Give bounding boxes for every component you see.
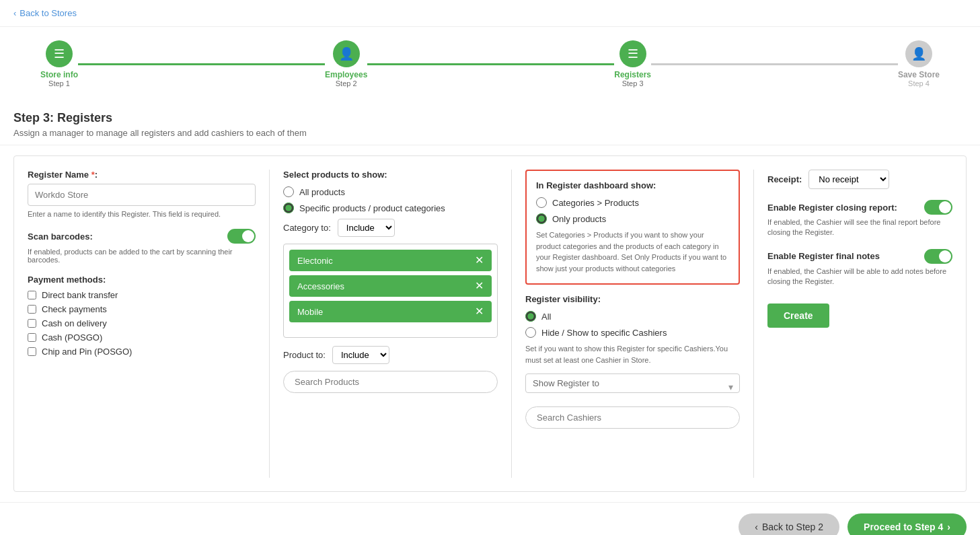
search-products-input[interactable] bbox=[283, 371, 498, 393]
closing-report-title-row: Enable Register closing report: bbox=[767, 200, 952, 215]
back-step-label: Back to Step 2 bbox=[762, 522, 823, 532]
category-include-select[interactable]: Include Exclude bbox=[338, 219, 395, 237]
payment-direct-bank-checkbox[interactable] bbox=[28, 291, 36, 299]
step-1-sublabel: Step 1 bbox=[48, 79, 70, 87]
payment-cash-delivery: Cash on delivery bbox=[28, 318, 256, 328]
step-line-2 bbox=[367, 63, 614, 65]
main-content: Register Name *: Enter a name to identif… bbox=[13, 155, 967, 492]
step-1-circle: ☰ bbox=[46, 40, 73, 67]
category-to-row: Category to: Include Exclude bbox=[283, 219, 498, 237]
product-include-select[interactable]: Include Exclude bbox=[332, 346, 389, 364]
visibility-hide-show-option[interactable]: Hide / Show to specific Cashiers bbox=[525, 327, 740, 338]
payment-cash-delivery-label: Cash on delivery bbox=[42, 318, 107, 328]
receipt-row: Receipt: No receipt Receipt Invoice bbox=[767, 170, 952, 189]
scan-barcodes-row: Scan barcodes: bbox=[28, 229, 256, 244]
step-1-label: Store info bbox=[40, 70, 78, 79]
scan-barcodes-hint: If enabled, products can be added to the… bbox=[28, 248, 256, 264]
categories-products-radio[interactable] bbox=[536, 197, 547, 208]
step-1: ☰ Store info Step 1 bbox=[40, 40, 78, 87]
show-register-select[interactable]: Show Register to bbox=[525, 373, 740, 393]
tag-mobile-label: Mobile bbox=[297, 307, 323, 317]
receipt-label: Receipt: bbox=[767, 174, 802, 184]
final-notes-toggle[interactable] bbox=[924, 249, 952, 264]
select-products-title: Select products to show: bbox=[283, 170, 498, 180]
back-to-stores-link[interactable]: ‹ Back to Stores bbox=[13, 8, 967, 18]
chevron-left-icon: ‹ bbox=[13, 8, 16, 18]
show-register-wrapper: Show Register to bbox=[525, 373, 740, 400]
col2-products: Select products to show: All products Sp… bbox=[270, 170, 512, 478]
payment-check-label: Check payments bbox=[42, 304, 107, 314]
step-4-label: Save Store bbox=[898, 70, 940, 79]
search-cashiers-input[interactable] bbox=[525, 406, 740, 429]
step-4-sublabel: Step 4 bbox=[908, 79, 930, 87]
visibility-hide-show-radio[interactable] bbox=[525, 327, 536, 338]
payment-cash-posgo-checkbox[interactable] bbox=[28, 333, 36, 342]
page-title-section: Step 3: Registers Assign a manager to ma… bbox=[0, 101, 980, 145]
only-products-label: Only products bbox=[552, 214, 606, 224]
only-products-option[interactable]: Only products bbox=[536, 213, 729, 224]
categories-products-option[interactable]: Categories > Products bbox=[536, 197, 729, 208]
back-to-step-button[interactable]: ‹ Back to Step 2 bbox=[739, 513, 839, 535]
tag-accessories: Accessories ✕ bbox=[289, 275, 492, 297]
payment-chip-pin: Chip and Pin (POSGO) bbox=[28, 347, 256, 357]
final-notes-label: Enable Register final notes bbox=[767, 251, 880, 261]
tag-electronic: Electonic ✕ bbox=[289, 250, 492, 271]
specific-products-label: Specific products / product categories bbox=[299, 203, 445, 213]
specific-products-radio[interactable] bbox=[283, 203, 294, 213]
final-notes-hint: If enabled, the Cashier will be able to … bbox=[767, 266, 952, 287]
step-4: 👤 Save Store Step 4 bbox=[898, 40, 940, 87]
tag-electronic-label: Electonic bbox=[297, 256, 333, 266]
payment-chip-pin-label: Chip and Pin (POSGO) bbox=[42, 347, 132, 357]
all-products-label: All products bbox=[299, 187, 345, 197]
payment-chip-pin-checkbox[interactable] bbox=[28, 347, 36, 356]
col4-receipt-settings: Receipt: No receipt Receipt Invoice Enab… bbox=[754, 170, 952, 478]
payment-cash-delivery-checkbox[interactable] bbox=[28, 319, 36, 328]
step-3-circle: ☰ bbox=[619, 40, 646, 67]
step-4-circle: 👤 bbox=[905, 40, 932, 67]
step-2-circle: 👤 bbox=[333, 40, 360, 67]
payment-direct-bank: Direct bank transfer bbox=[28, 290, 256, 300]
step-2: 👤 Employees Step 2 bbox=[325, 40, 367, 87]
all-products-option[interactable]: All products bbox=[283, 186, 498, 197]
visibility-hint: Set if you want to show this Register fo… bbox=[525, 343, 740, 365]
footer: ‹ Back to Step 2 Proceed to Step 4 › bbox=[0, 502, 980, 535]
step-line-3 bbox=[651, 63, 898, 65]
register-name-hint: Enter a name to identify this Register. … bbox=[28, 210, 256, 218]
create-button[interactable]: Create bbox=[767, 304, 829, 328]
register-dashboard-box: In Register dashboard show: Categories >… bbox=[525, 170, 740, 285]
final-notes-section: Enable Register final notes If enabled, … bbox=[767, 249, 952, 287]
visibility-all-label: All bbox=[541, 312, 551, 322]
closing-report-toggle[interactable] bbox=[924, 200, 952, 215]
top-bar: ‹ Back to Stores bbox=[0, 0, 980, 27]
visibility-all-option[interactable]: All bbox=[525, 311, 740, 322]
payment-direct-bank-label: Direct bank transfer bbox=[42, 290, 118, 300]
categories-products-label: Categories > Products bbox=[552, 198, 639, 208]
step-2-label: Employees bbox=[325, 70, 367, 79]
col3-register-dashboard: In Register dashboard show: Categories >… bbox=[512, 170, 754, 478]
visibility-title: Register visibility: bbox=[525, 294, 740, 304]
proceed-step-label: Proceed to Step 4 bbox=[864, 522, 943, 532]
specific-products-option[interactable]: Specific products / product categories bbox=[283, 203, 498, 213]
step-3-label: Registers bbox=[614, 70, 651, 79]
receipt-select[interactable]: No receipt Receipt Invoice bbox=[808, 170, 889, 189]
payment-check-checkbox[interactable] bbox=[28, 305, 36, 314]
payment-methods-label: Payment methods: bbox=[28, 275, 256, 285]
register-dashboard-title: In Register dashboard show: bbox=[536, 180, 729, 190]
payment-cash-posgo-label: Cash (POSGO) bbox=[42, 332, 102, 343]
payment-cash-posgo: Cash (POSGO) bbox=[28, 332, 256, 343]
dashboard-description: Set Categories > Products if you want to… bbox=[536, 229, 729, 274]
only-products-radio[interactable] bbox=[536, 213, 547, 224]
step-3: ☰ Registers Step 3 bbox=[614, 40, 651, 87]
visibility-all-radio[interactable] bbox=[525, 311, 536, 322]
page-title: Step 3: Registers bbox=[13, 111, 967, 125]
category-tags-container: Electonic ✕ Accessories ✕ Mobile ✕ bbox=[283, 244, 498, 338]
tag-mobile-close[interactable]: ✕ bbox=[475, 306, 484, 317]
proceed-to-step-button[interactable]: Proceed to Step 4 › bbox=[847, 513, 967, 535]
product-to-row: Product to: Include Exclude bbox=[283, 346, 498, 364]
final-notes-title-row: Enable Register final notes bbox=[767, 249, 952, 264]
all-products-radio[interactable] bbox=[283, 186, 294, 197]
tag-accessories-close[interactable]: ✕ bbox=[475, 281, 484, 291]
scan-barcodes-toggle[interactable] bbox=[227, 229, 256, 244]
register-name-input[interactable] bbox=[28, 184, 256, 206]
tag-electronic-close[interactable]: ✕ bbox=[475, 255, 484, 266]
